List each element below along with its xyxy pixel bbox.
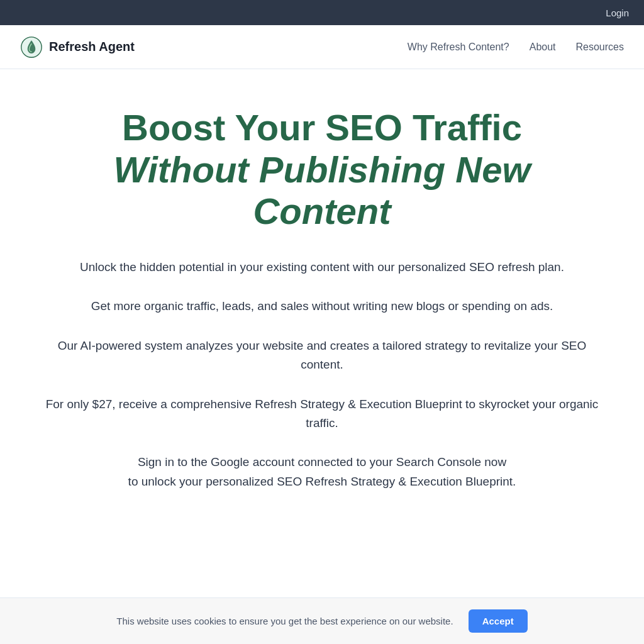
hero-para3: Our AI-powered system analyzes your webs… [45, 336, 599, 375]
nav-resources[interactable]: Resources [576, 42, 624, 53]
hero-para5: Sign in to the Google account connected … [45, 453, 599, 491]
hero-heading-line2: Without Publishing New [113, 149, 530, 190]
cookie-message: This website uses cookies to ensure you … [116, 616, 453, 626]
hero-heading: Boost Your SEO Traffic Without Publishin… [39, 107, 605, 233]
logo-icon [20, 36, 43, 58]
cookie-banner: This website uses cookies to ensure you … [0, 597, 644, 644]
hero-para2: Get more organic traffic, leads, and sal… [45, 297, 599, 316]
hero-heading-line1: Boost Your SEO Traffic [122, 107, 522, 148]
hero-para1: Unlock the hidden potential in your exis… [45, 258, 599, 277]
nav-links: Why Refresh Content? About Resources [408, 42, 624, 53]
main-content: Boost Your SEO Traffic Without Publishin… [0, 69, 644, 604]
logo-link[interactable]: Refresh Agent [20, 36, 135, 58]
hero-para5-line2: to unlock your personalized SEO Refresh … [128, 475, 516, 488]
accept-button[interactable]: Accept [469, 609, 528, 633]
brand-name: Refresh Agent [49, 40, 135, 54]
hero-para4: For only $27, receive a comprehensive Re… [45, 395, 599, 433]
nav-why-refresh[interactable]: Why Refresh Content? [408, 42, 509, 53]
top-bar: Login [0, 0, 644, 25]
login-link[interactable]: Login [606, 8, 629, 18]
hero-heading-line3: Content [253, 191, 391, 231]
nav-about[interactable]: About [530, 42, 556, 53]
subtext-container: Unlock the hidden potential in your exis… [45, 258, 599, 491]
hero-para5-line1: Sign in to the Google account connected … [138, 455, 506, 469]
navbar: Refresh Agent Why Refresh Content? About… [0, 25, 644, 69]
